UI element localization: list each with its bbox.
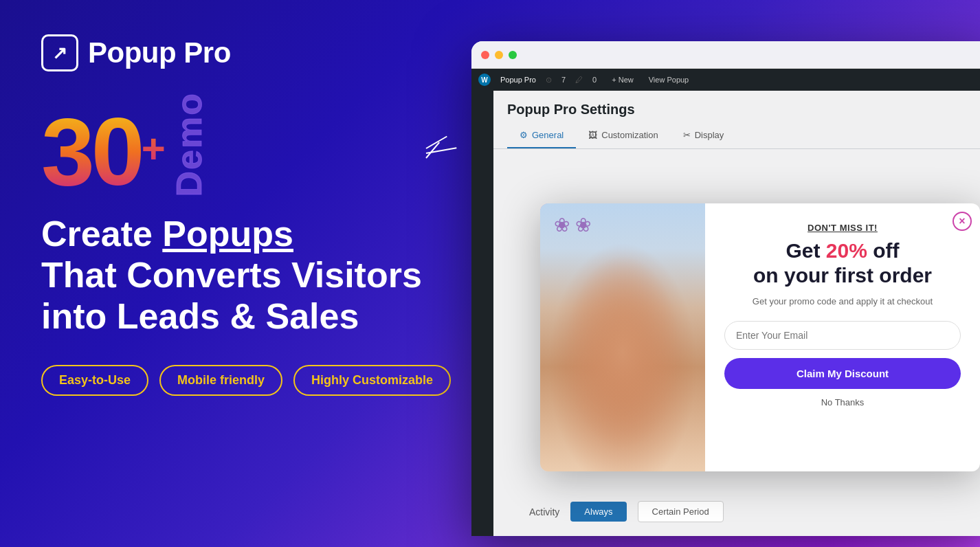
browser-window: W Popup Pro ⊙ 7 🖊 0 + New View Popup Pop… [471,41,980,536]
main-heading: Create Popups That Converts Visitors int… [41,214,481,337]
svg-point-5 [575,248,671,337]
browser-dot-yellow [495,51,503,59]
badge-easy: Easy-to-Use [41,365,148,396]
browser-chrome [471,41,980,69]
wp-view-popup[interactable]: View Popup [643,76,695,84]
svg-point-7 [626,269,681,337]
wp-sep1: ⊙ [546,76,552,85]
hero-demo: Demo [168,92,210,197]
svg-point-13 [622,254,637,269]
dont-miss-label: DON'T MISS IT! [808,223,878,233]
browser-dot-red [481,51,489,59]
discount-percent: 20% [826,239,867,262]
popup-image-svg [540,203,705,471]
title-part1: Get [786,239,825,262]
wp-notifications: 7 [556,76,571,84]
logo-area: Popup Pro [41,34,481,71]
wp-new[interactable]: + New [606,76,639,84]
svg-rect-15 [602,326,626,341]
svg-point-6 [564,269,619,337]
heading-part1: Create [41,214,162,254]
wp-page-title: Popup Pro Settings [493,91,980,123]
wp-sep2: 🖊 [575,76,583,84]
wp-admin-bar: W Popup Pro ⊙ 7 🖊 0 + New View Popup [471,69,980,91]
wp-sidebar [471,91,493,536]
swirl-decoration [426,144,457,162]
popup-modal: × DON'T MISS IT! Get 20% off on your fir… [540,203,980,471]
discount-title: Get 20% off on your first order [753,238,932,288]
feature-badges: Easy-to-Use Mobile friendly Highly Custo… [41,365,481,396]
popup-overlay: × DON'T MISS IT! Get 20% off on your fir… [528,139,980,536]
title-line2: on your first order [753,264,932,287]
wp-logo-icon: W [478,74,491,86]
popup-image-panel [540,203,705,471]
claim-discount-button[interactable]: Claim My Discount [724,358,961,389]
svg-point-11 [597,263,610,275]
browser-dot-green [509,51,517,59]
svg-point-9 [587,267,603,284]
discount-description: Get your promo code and apply it at chec… [753,295,933,309]
svg-rect-16 [630,326,654,341]
popup-woman-image [540,203,705,471]
wp-comments: 0 [587,76,602,84]
heading-part2: That Converts Visitors into Leads & Sale… [41,255,422,336]
svg-point-12 [609,258,623,272]
svg-rect-0 [540,203,705,471]
left-section: Popup Pro 30 + Demo Create Popups That C… [41,34,481,396]
hero-number: 30 [41,104,142,200]
general-icon: ⚙ [520,130,528,140]
svg-point-4 [587,282,658,365]
browser-mockup-section: W Popup Pro ⊙ 7 🖊 0 + New View Popup Pop… [471,41,980,536]
popup-pro-logo-icon [41,34,78,71]
svg-point-2 [568,375,650,471]
hero-plus: + [142,125,166,172]
svg-point-3 [585,341,660,396]
wp-site-name: Popup Pro [495,76,542,84]
demo-badge: 30 + Demo [41,92,261,200]
no-thanks-link[interactable]: No Thanks [821,397,865,408]
wp-content-area: Popup Pro Settings ⚙ General 🖼 Customiza… [471,91,980,536]
title-part2: off [867,239,900,262]
logo-text: Popup Pro [88,36,231,69]
popup-content-panel: × DON'T MISS IT! Get 20% off on your fir… [705,203,980,471]
badge-customizable: Highly Customizable [293,365,451,396]
svg-point-10 [581,265,592,276]
wp-main-content: Popup Pro Settings ⚙ General 🖼 Customiza… [493,91,980,536]
badge-mobile: Mobile friendly [159,365,282,396]
svg-point-8 [585,241,660,303]
svg-point-18 [626,344,654,379]
popup-close-button[interactable]: × [953,212,972,231]
email-input[interactable] [724,321,961,350]
svg-point-14 [636,261,648,274]
heading-link: Popups [162,214,293,254]
svg-point-1 [561,368,684,471]
